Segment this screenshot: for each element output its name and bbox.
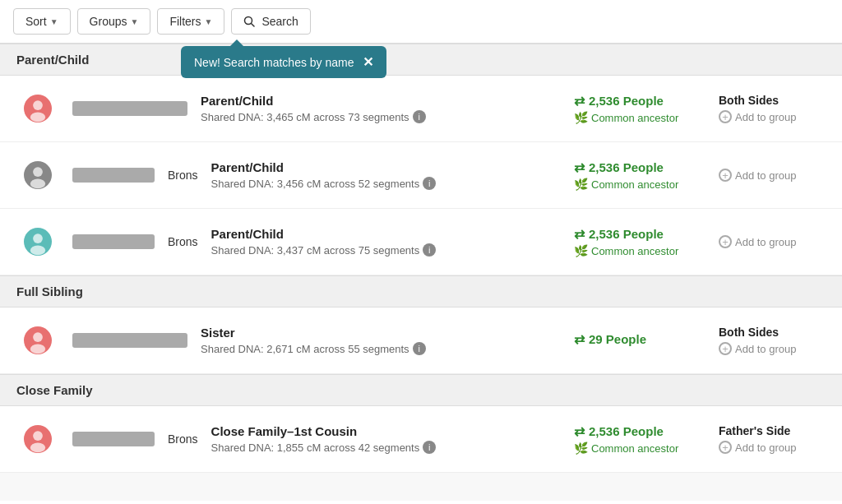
people-count: ⇄ 29 People xyxy=(574,331,706,347)
people-count-text: 2,536 People xyxy=(589,227,664,241)
match-relationship: Parent/Child xyxy=(211,160,561,174)
people-count: ⇄ 2,536 People xyxy=(574,423,706,439)
match-relationship: Close Family–1st Cousin xyxy=(211,424,561,438)
info-icon[interactable]: i xyxy=(423,243,436,257)
ancestor-tag: 🌿 Common ancestor xyxy=(574,244,706,257)
shared-people: ⇄ 2,536 People🌿 Common ancestor xyxy=(574,93,706,124)
svg-point-3 xyxy=(33,100,43,110)
info-icon[interactable]: i xyxy=(423,441,436,454)
shared-people: ⇄ 29 People xyxy=(574,331,706,349)
filters-button[interactable]: Filters ▼ xyxy=(157,8,224,35)
side-label: Both Sides xyxy=(719,326,826,339)
people-count: ⇄ 2,536 People xyxy=(574,226,706,242)
match-info: Parent/ChildShared DNA: 3,456 cM across … xyxy=(211,160,561,190)
leaf-icon: 🌿 xyxy=(574,111,588,124)
groups-label: Groups xyxy=(90,15,127,28)
people-count-text: 2,536 People xyxy=(589,160,664,174)
add-to-group-label: Add to group xyxy=(735,343,796,355)
svg-point-13 xyxy=(30,344,45,354)
people-count: ⇄ 2,536 People xyxy=(574,160,706,175)
add-to-group-button[interactable]: + Add to group xyxy=(719,235,826,248)
match-info: Parent/ChildShared DNA: 3,437 cM across … xyxy=(211,227,561,257)
add-to-group-button[interactable]: + Add to group xyxy=(719,169,826,182)
ancestor-tag: 🌿 Common ancestor xyxy=(574,178,706,191)
section-header-close-family: Close Family xyxy=(0,374,842,406)
ancestor-text: Common ancestor xyxy=(591,245,678,257)
ancestor-text: Common ancestor xyxy=(591,178,678,191)
side-info: + Add to group xyxy=(719,235,826,248)
match-name: Brons xyxy=(168,432,198,446)
search-tooltip: New! Search matches by name ✕ xyxy=(181,46,386,78)
match-info: SisterShared DNA: 2,671 cM across 55 seg… xyxy=(201,326,561,355)
section-header-full-sibling: Full Sibling xyxy=(0,275,842,307)
name-placeholder xyxy=(72,101,187,116)
people-count-text: 29 People xyxy=(589,332,646,346)
ancestor-tag: 🌿 Common ancestor xyxy=(574,442,706,455)
sort-label: Sort xyxy=(25,15,47,28)
add-to-group-label: Add to group xyxy=(735,111,796,123)
search-icon xyxy=(243,16,255,27)
people-icon: ⇄ xyxy=(574,423,585,439)
people-icon: ⇄ xyxy=(574,226,585,242)
match-info: Parent/ChildShared DNA: 3,465 cM across … xyxy=(201,94,561,123)
svg-point-12 xyxy=(33,332,43,342)
dna-text: Shared DNA: 1,855 cM across 42 segments xyxy=(211,442,420,454)
side-info: Both Sides+ Add to group xyxy=(719,326,826,355)
side-label: Father's Side xyxy=(719,424,826,437)
info-icon[interactable]: i xyxy=(413,110,426,123)
tooltip-message: New! Search matches by name xyxy=(194,56,354,69)
match-dna: Shared DNA: 3,456 cM across 52 segments … xyxy=(211,177,561,190)
svg-line-1 xyxy=(252,24,255,27)
sort-chevron-icon: ▼ xyxy=(50,17,58,26)
filters-chevron-icon: ▼ xyxy=(205,17,213,26)
plus-icon: + xyxy=(719,342,732,355)
match-name: Brons xyxy=(168,235,198,248)
ancestor-tag: 🌿 Common ancestor xyxy=(574,111,706,124)
svg-point-15 xyxy=(33,431,43,441)
dna-text: Shared DNA: 3,465 cM across 73 segments xyxy=(201,111,409,123)
match-row: BronsClose Family–1st CousinShared DNA: … xyxy=(0,406,842,473)
match-dna: Shared DNA: 1,855 cM across 42 segments … xyxy=(211,441,561,454)
match-name: Brons xyxy=(168,169,198,182)
dna-text: Shared DNA: 3,456 cM across 52 segments xyxy=(211,178,420,190)
match-row: BronsParent/ChildShared DNA: 3,456 cM ac… xyxy=(0,142,842,209)
avatar xyxy=(16,220,59,263)
leaf-icon: 🌿 xyxy=(574,244,588,257)
plus-icon: + xyxy=(719,169,732,182)
match-row: BronsParent/ChildShared DNA: 3,437 cM ac… xyxy=(0,209,842,275)
match-dna: Shared DNA: 2,671 cM across 55 segments … xyxy=(201,342,561,355)
groups-chevron-icon: ▼ xyxy=(131,17,139,26)
side-info: + Add to group xyxy=(719,169,826,182)
add-to-group-button[interactable]: + Add to group xyxy=(719,110,826,123)
sort-button[interactable]: Sort ▼ xyxy=(13,8,71,35)
toolbar: Sort ▼ Groups ▼ Filters ▼ Search New! Se… xyxy=(0,0,842,44)
shared-people: ⇄ 2,536 People🌿 Common ancestor xyxy=(574,226,706,257)
svg-point-4 xyxy=(30,113,45,123)
svg-point-7 xyxy=(30,179,45,189)
match-dna: Shared DNA: 3,465 cM across 73 segments … xyxy=(201,110,561,123)
plus-icon: + xyxy=(719,441,732,454)
info-icon[interactable]: i xyxy=(413,342,426,355)
name-placeholder xyxy=(72,168,155,183)
match-row: SisterShared DNA: 2,671 cM across 55 seg… xyxy=(0,307,842,374)
leaf-icon: 🌿 xyxy=(574,442,588,455)
main-content: Parent/Child Parent/ChildShared DNA: 3,4… xyxy=(0,44,842,501)
svg-point-10 xyxy=(30,246,45,256)
avatar xyxy=(16,154,59,197)
plus-icon: + xyxy=(719,235,732,248)
add-to-group-button[interactable]: + Add to group xyxy=(719,441,826,454)
shared-people: ⇄ 2,536 People🌿 Common ancestor xyxy=(574,423,706,455)
leaf-icon: 🌿 xyxy=(574,178,588,191)
people-icon: ⇄ xyxy=(574,93,585,109)
add-to-group-button[interactable]: + Add to group xyxy=(719,342,826,355)
people-count: ⇄ 2,536 People xyxy=(574,93,706,109)
tooltip-close-button[interactable]: ✕ xyxy=(363,54,373,70)
match-info: Close Family–1st CousinShared DNA: 1,855… xyxy=(211,424,561,454)
name-placeholder xyxy=(72,432,155,446)
match-relationship: Sister xyxy=(201,326,561,340)
search-button[interactable]: Search xyxy=(231,8,310,35)
match-relationship: Parent/Child xyxy=(211,227,561,241)
people-count-text: 2,536 People xyxy=(589,424,664,438)
info-icon[interactable]: i xyxy=(423,177,436,190)
groups-button[interactable]: Groups ▼ xyxy=(77,8,151,35)
